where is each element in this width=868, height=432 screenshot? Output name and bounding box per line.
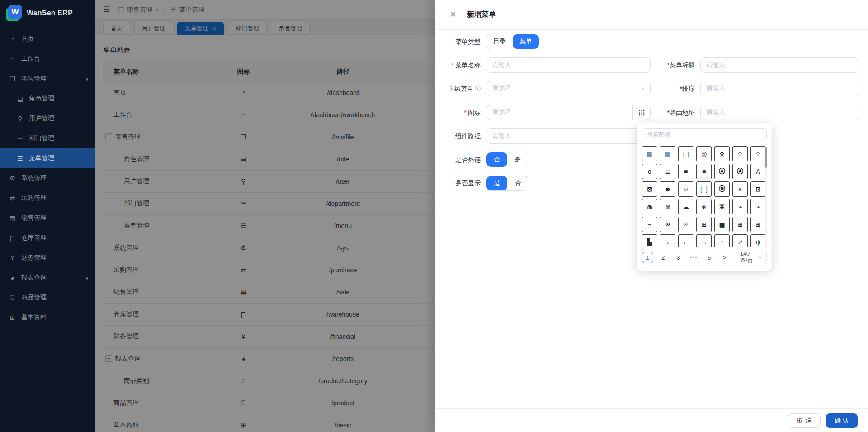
input-组件路径[interactable]: 请输入	[486, 128, 651, 144]
sidebar-item-菜单管理[interactable]: ☰菜单管理	[0, 148, 95, 168]
account-book-icon[interactable]: ▥	[660, 146, 675, 161]
segment-option-是[interactable]: 是	[486, 176, 507, 190]
appstore-filled-icon[interactable]: ▦	[714, 217, 730, 232]
sidebar-item-用户管理[interactable]: ⚲用户管理	[0, 109, 95, 128]
alibaba-icon[interactable]: ɑ	[642, 164, 657, 179]
android-icon[interactable]: ⋒	[660, 199, 675, 214]
folder-icon: ❐	[9, 75, 16, 82]
input-菜单标题[interactable]: 请输入	[700, 57, 859, 73]
alert-icon[interactable]: ⍾	[732, 146, 748, 161]
sidebar-item-报表查询[interactable]: ◕报表查询∨	[0, 268, 95, 288]
account-book-filled-icon[interactable]: ▦	[642, 146, 657, 161]
input-路由地址[interactable]: 请输入	[700, 105, 859, 120]
segment-option-否[interactable]: 否	[507, 176, 528, 190]
alipay-square-filled-icon[interactable]: ⊠	[642, 181, 657, 197]
alipay-icon[interactable]: A	[750, 164, 766, 179]
pagination-page-1[interactable]: 1	[642, 252, 653, 263]
money-icon: ¥	[9, 254, 16, 261]
align-left-icon[interactable]: ≡	[678, 164, 693, 179]
segmented-菜单类型: 目录菜单	[486, 34, 539, 49]
appstore-icon[interactable]: ⊞	[732, 217, 748, 232]
close-icon[interactable]: ✕	[450, 10, 459, 19]
alert-filled-icon[interactable]: ⍾	[714, 146, 730, 161]
ant-design-icon[interactable]: ◈	[696, 199, 712, 214]
sidebar-item-零售管理[interactable]: ❐零售管理∧	[0, 69, 95, 89]
api-twotone-icon[interactable]: ⌁	[642, 217, 657, 232]
aliyun-icon[interactable]: ❲❳	[696, 181, 712, 197]
segment-option-目录[interactable]: 目录	[486, 34, 513, 49]
api-icon[interactable]: ⌁	[750, 199, 766, 214]
arrow-right-icon[interactable]: →	[696, 234, 712, 247]
sidebar-item-label: 销售管理	[21, 214, 47, 222]
sidebar-item-基本资料[interactable]: ⊞基本资料	[0, 308, 95, 328]
brand-logo-icon: W	[6, 5, 22, 21]
pagination-next-button[interactable]: >	[719, 252, 730, 263]
sidebar-item-工作台[interactable]: ⌂工作台	[0, 49, 95, 69]
icon-search-input[interactable]: 搜索图标	[642, 128, 767, 141]
input-排序[interactable]: 请输入	[700, 81, 859, 96]
arrows-alt-icon[interactable]: ↗	[732, 234, 748, 247]
android-filled-icon[interactable]: ⋒	[642, 199, 657, 214]
apartment-icon[interactable]: ⌘	[714, 199, 730, 214]
segment-option-菜单[interactable]: 菜单	[513, 34, 539, 49]
apple-icon[interactable]: ⍟	[678, 217, 693, 232]
home-icon: ⌂	[9, 55, 16, 62]
form-row: 菜单类型目录菜单	[435, 34, 868, 49]
area-chart-icon[interactable]: ▙	[642, 234, 657, 247]
confirm-button[interactable]: 确 认	[826, 413, 858, 428]
cancel-button[interactable]: 取 消	[788, 413, 821, 428]
sidebar-item-角色管理[interactable]: ▤角色管理	[0, 89, 95, 109]
sidebar-item-采购管理[interactable]: ⇄采购管理	[0, 188, 95, 208]
apple-filled-icon[interactable]: ⍟	[660, 217, 675, 232]
account-book-twotone-icon[interactable]: ▤	[678, 146, 693, 161]
sidebar-item-系统管理[interactable]: ⚙系统管理	[0, 168, 95, 188]
audio-icon[interactable]: ψ	[750, 234, 766, 247]
icon-grid-scrollbar[interactable]	[765, 146, 767, 247]
align-center-icon[interactable]: ≣	[660, 164, 675, 179]
form-label-路由地址: *路由地址	[651, 105, 700, 120]
select-上级菜单[interactable]: 请选择∨	[486, 81, 651, 96]
align-right-icon[interactable]: ≡	[696, 164, 712, 179]
alipay-circle-icon[interactable]: Ⓐ	[732, 164, 748, 179]
sidebar-item-销售管理[interactable]: ▦销售管理	[0, 208, 95, 228]
sidebar-item-label: 菜单管理	[29, 154, 54, 162]
icon-select-input[interactable]: 请选择	[486, 105, 632, 120]
segmented-是否显示: 是否	[486, 176, 528, 191]
form-label-是否显示: 是否显示	[435, 176, 486, 191]
input-placeholder: 请输入	[492, 132, 511, 140]
appstore-twotone-icon[interactable]: ⊞	[750, 217, 766, 232]
aliwangwang-icon[interactable]: ☺	[678, 181, 693, 197]
appstore-add-icon[interactable]: ⊞	[696, 217, 712, 232]
aim-icon[interactable]: ◎	[696, 146, 712, 161]
arrow-up-icon[interactable]: ↑	[714, 234, 730, 247]
icon-grid-button[interactable]	[632, 105, 651, 120]
arrow-left-icon[interactable]: ←	[678, 234, 693, 247]
api-filled-icon[interactable]: ⌁	[732, 199, 748, 214]
segment-option-否[interactable]: 否	[486, 152, 507, 167]
drawer-title: 新增菜单	[467, 10, 496, 19]
sidebar-item-商品管理[interactable]: ⌺商品管理	[0, 288, 95, 308]
ant-cloud-icon[interactable]: ☁	[678, 199, 693, 214]
pagination-page-6[interactable]: 6	[703, 252, 715, 263]
sidebar-item-部门管理[interactable]: ⚯部门管理	[0, 128, 95, 148]
gear-icon: ⚙	[9, 175, 16, 182]
pagination-page-2[interactable]: 2	[657, 252, 669, 263]
input-菜单名称[interactable]: 请输入	[486, 57, 651, 73]
alipay-circle-filled-icon[interactable]: Ⓐ	[714, 164, 730, 179]
sidebar-item-财务管理[interactable]: ¥财务管理	[0, 248, 95, 268]
aliwangwang-filled-icon[interactable]: ☻	[660, 181, 675, 197]
page-size-select[interactable]: 140 条/页∨	[736, 252, 767, 263]
pagination-page-3[interactable]: 3	[673, 252, 684, 263]
form-label-排序: *排序	[651, 81, 700, 96]
amazon-icon[interactable]: a	[732, 181, 748, 197]
amazon-circle-filled-icon[interactable]: ⓐ	[714, 181, 730, 197]
amazon-square-filled-icon[interactable]: ⊡	[750, 181, 766, 197]
sidebar-item-首页[interactable]: ◔首页	[0, 29, 95, 49]
chevron-down-icon: ∨	[641, 86, 645, 92]
arrow-down-icon[interactable]: ↓	[660, 234, 675, 247]
form-label-图标: *图标	[435, 105, 486, 120]
sidebar-item-仓库管理[interactable]: ∏仓库管理	[0, 228, 95, 248]
alert-twotone-icon[interactable]: ⍾	[750, 146, 766, 161]
segment-option-是[interactable]: 是	[507, 152, 528, 167]
sidebar-nav: ◔首页⌂工作台❐零售管理∧▤角色管理⚲用户管理⚯部门管理☰菜单管理⚙系统管理⇄采…	[0, 29, 95, 328]
